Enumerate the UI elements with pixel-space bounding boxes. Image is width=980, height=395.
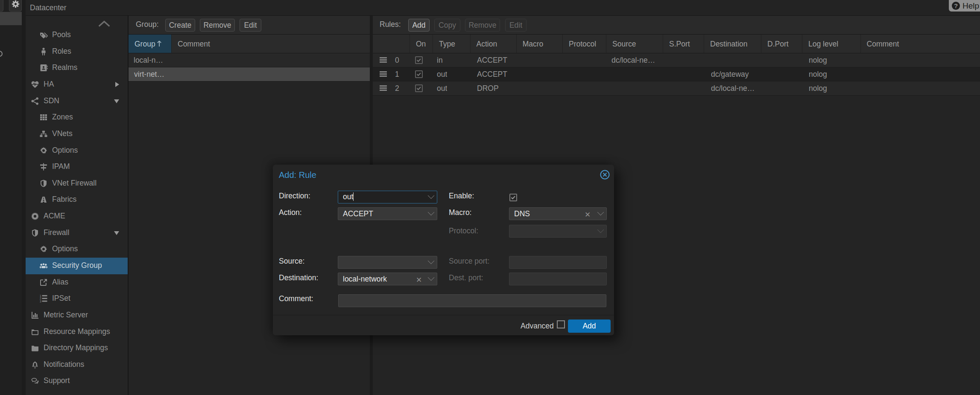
svg-text:3: 3 (40, 300, 41, 303)
